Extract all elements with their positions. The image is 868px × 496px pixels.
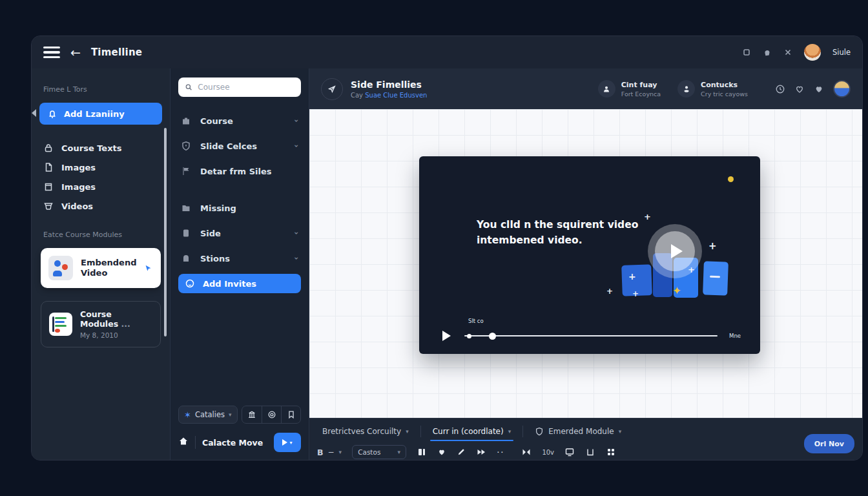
heart-outline-icon[interactable] (794, 84, 805, 94)
video-caption: You clld n the squirent video intembened… (477, 217, 638, 248)
sparkle-icon: + (644, 212, 651, 222)
zoom-level-control[interactable]: 10v (542, 449, 554, 456)
progress-handle[interactable] (489, 333, 496, 340)
globe-icon-button[interactable] (262, 406, 281, 423)
folder-icon (181, 203, 191, 213)
file-icon (181, 228, 191, 238)
next-action-button[interactable]: ▾ (274, 433, 301, 452)
content-header: Side Fimellies Cay Suae Clue Edusven Cin… (309, 68, 862, 109)
content-subtitle: Cay Suae Clue Edusven (351, 92, 427, 99)
heart-icon[interactable] (437, 448, 446, 457)
user-chip-1[interactable]: Cint fuay Fort Ecoynca (598, 80, 661, 98)
shield-icon (181, 141, 191, 151)
send-badge-icon[interactable] (321, 78, 343, 100)
panel-item-course[interactable]: Course› (181, 111, 298, 130)
page-icon (43, 162, 54, 172)
page-title: Timelline (91, 46, 142, 58)
content-title: Side Fimellies (351, 79, 427, 90)
bottom-toolbar: Bretrictves Corcuilty▾ Curr in (coordlat… (309, 418, 862, 460)
search-icon (185, 83, 192, 92)
heart-filled-icon[interactable] (814, 84, 824, 94)
transition-icon[interactable] (521, 447, 532, 457)
panel-item-side[interactable]: Side› (181, 223, 298, 243)
embedded-video-card[interactable]: Embendend Video (41, 248, 161, 288)
sidebar-item-course-texts[interactable]: Course Texts (43, 140, 158, 156)
toolbar-tab-2[interactable]: Curr in (coordlate)▾ (428, 422, 517, 440)
card-date: My 8, 2010 (80, 331, 152, 339)
people-icon (48, 256, 73, 280)
catalog-dropdown[interactable]: ✶ Catalies ▾ (178, 406, 238, 424)
grid-icon[interactable] (606, 447, 616, 457)
briefcase-icon (181, 116, 191, 126)
building-icon-button[interactable] (242, 406, 262, 423)
sidebar-item-images-2[interactable]: Images (43, 179, 158, 194)
smiley-icon (185, 278, 195, 289)
lock-icon (43, 143, 54, 153)
pen-icon[interactable] (457, 448, 466, 457)
sidebar-item-images-1[interactable]: Images (43, 160, 158, 175)
person-icon (677, 80, 695, 98)
sparkle-icon: + (708, 240, 717, 252)
checklist-icon (49, 313, 72, 336)
panel-item-slide-celces[interactable]: Slide Celces› (181, 136, 298, 156)
history-icon[interactable] (775, 84, 785, 94)
course-modules-card[interactable]: Course Modules ... My 8, 2010 (41, 301, 161, 347)
chevron-down-icon: ▾ (289, 440, 292, 446)
font-select[interactable]: Castos ▾ (352, 445, 406, 459)
home-icon[interactable] (178, 436, 189, 449)
panel-item-detar-frm-siles[interactable]: Detar frm Siles (181, 161, 298, 181)
sparkle-icon: ✶ (184, 410, 191, 420)
hamburger-menu-icon[interactable] (43, 46, 60, 58)
panel-item-missing[interactable]: Missing (181, 198, 298, 218)
more-dots-icon[interactable]: ·· (497, 448, 504, 457)
document-icon (43, 181, 54, 192)
close-icon[interactable] (783, 48, 792, 57)
sidebar-scrollbar[interactable] (164, 128, 167, 336)
monitor-icon[interactable] (564, 447, 575, 457)
app-window: ← Timelline Siule Fimee L Tors Add Lzani… (31, 36, 863, 460)
play-button[interactable] (648, 224, 702, 278)
person-icon (598, 80, 615, 98)
player-play-icon[interactable] (442, 331, 451, 341)
publish-button[interactable]: Orl Nov (804, 434, 854, 453)
back-arrow-icon[interactable]: ← (70, 46, 81, 59)
add-learning-button[interactable]: Add Lzaniiny (39, 103, 162, 125)
play-icon (282, 439, 287, 446)
sidebar-item-videos[interactable]: Videos (43, 198, 158, 214)
bell-icon (47, 108, 57, 119)
chevron-down-icon: ▾ (619, 428, 622, 435)
text-format-control[interactable]: B − ▾ (317, 448, 342, 457)
chevron-down-icon: ▾ (398, 449, 401, 455)
flag-icon (181, 166, 191, 176)
title-bar: ← Timelline Siule (32, 36, 862, 68)
maximize-icon[interactable] (742, 48, 751, 57)
header-avatar[interactable] (833, 80, 851, 98)
star-icon: ✦ (672, 284, 681, 297)
progress-marker[interactable] (467, 334, 471, 338)
panel-item-stions[interactable]: Stions› (181, 249, 298, 268)
progress-bar[interactable] (464, 335, 718, 336)
add-invites-button[interactable]: Add Invites (178, 274, 301, 293)
toolbar-tab-3[interactable]: Emerded Module▾ (530, 422, 626, 440)
titlebar-avatar[interactable] (804, 44, 821, 61)
play-icon (671, 244, 683, 258)
titlebar-user-label: Siule (832, 48, 851, 57)
collect-move-button[interactable]: Calacte Move (202, 438, 263, 448)
subtitle-link[interactable]: Suae Clue Edusven (365, 92, 427, 99)
editor-canvas[interactable]: You clld n the squirent video intembened… (309, 109, 862, 418)
sidebar-collapse-notch[interactable] (32, 109, 36, 117)
main-area: Side Fimellies Cay Suae Clue Edusven Cin… (309, 68, 862, 460)
hand-pointer-icon[interactable] (763, 48, 772, 57)
frame-icon[interactable] (585, 447, 595, 457)
user-chip-2[interactable]: Contucks Cry tric cayows (677, 80, 748, 98)
columns-icon[interactable] (417, 447, 427, 457)
chevron-down-icon: ▾ (229, 411, 232, 418)
shield-icon (535, 427, 544, 436)
fast-forward-icon[interactable] (476, 447, 486, 457)
video-player-card[interactable]: You clld n the squirent video intembened… (419, 156, 760, 354)
search-input[interactable] (198, 83, 294, 92)
search-box[interactable] (178, 78, 301, 97)
progress-label: Slt co (468, 318, 484, 324)
toolbar-tab-1[interactable]: Bretrictves Corcuilty▾ (317, 422, 414, 440)
bookmark-icon-button[interactable] (281, 406, 300, 423)
